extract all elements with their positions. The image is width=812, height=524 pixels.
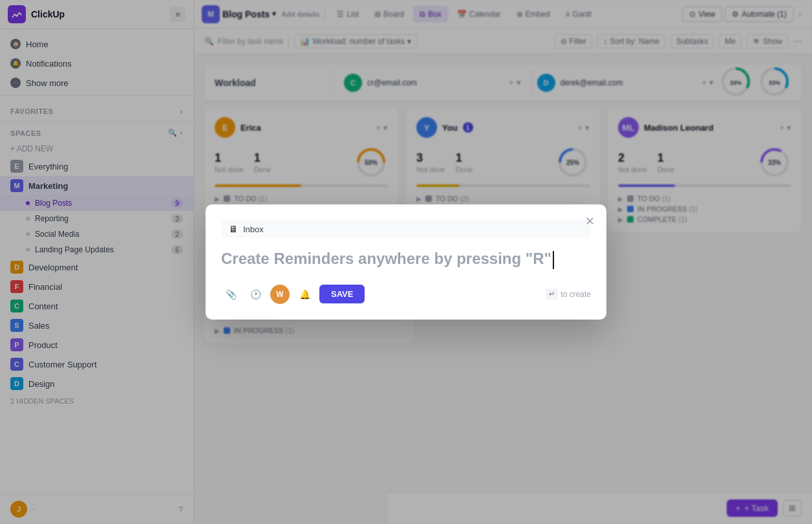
- reminder-bar: 🖥 Inbox: [221, 220, 591, 238]
- clock-icon: 🕐: [250, 289, 261, 300]
- modal-title: Create Reminders anywhere by pressing "R…: [221, 248, 591, 269]
- reminder-emoji-icon: 🖥: [229, 224, 238, 234]
- cursor: [553, 251, 554, 269]
- clock-icon-btn[interactable]: 🕐: [246, 285, 265, 304]
- modal-hint: ↵ to create: [546, 289, 591, 300]
- bell-icon: 🔔: [299, 289, 310, 300]
- paperclip-icon: 📎: [226, 289, 237, 300]
- modal-close-button[interactable]: ✕: [582, 213, 597, 229]
- attach-icon-btn[interactable]: 📎: [221, 285, 240, 304]
- assignee-avatar-btn[interactable]: W: [270, 285, 290, 304]
- save-button[interactable]: SAVE: [319, 285, 365, 303]
- modal-overlay[interactable]: ✕ 🖥 Inbox Create Reminders anywhere by p…: [0, 0, 812, 524]
- reminder-modal: ✕ 🖥 Inbox Create Reminders anywhere by p…: [206, 204, 606, 320]
- modal-actions: 📎 🕐 W 🔔 SAVE ↵ to create: [221, 285, 591, 304]
- bell-icon-btn[interactable]: 🔔: [295, 285, 314, 304]
